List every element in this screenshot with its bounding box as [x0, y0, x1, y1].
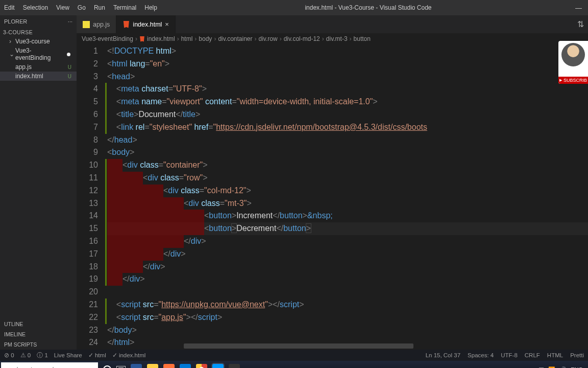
file-label: app.js	[15, 63, 32, 71]
status-warnings[interactable]: ⚠ 0	[20, 352, 31, 359]
system-tray[interactable]: ㅅ ☁ 🛡 📶 🔊 ENG	[519, 366, 588, 369]
file-label: index.html	[15, 73, 43, 80]
status-file-path[interactable]: ✓ index.html	[112, 352, 146, 359]
taskbar-app-icon[interactable]	[131, 364, 142, 368]
status-liveshare[interactable]: Live Share	[54, 352, 82, 358]
git-status-badge: U	[68, 74, 74, 79]
menu-go[interactable]: Go	[74, 0, 90, 15]
status-info[interactable]: ⓘ 1	[37, 352, 48, 359]
status-prettier[interactable]: Pretti	[570, 352, 584, 358]
subscribe-button[interactable]: SUBSCRIB	[558, 77, 588, 84]
crumb-col[interactable]: div.col-md-12	[284, 35, 320, 42]
cortana-icon[interactable]	[103, 365, 111, 368]
horizontal-scrollbar[interactable]	[184, 343, 413, 349]
breadcrumbs[interactable]: Vue3-eventBinding› index.html› html› bod…	[77, 33, 588, 44]
line-numbers: 123456789101112131415161718192021222324	[77, 44, 107, 350]
code-content[interactable]: <!DOCTYPE html><html lang="en"><head> <m…	[107, 44, 588, 350]
tab-app-js[interactable]: app.js	[77, 15, 116, 33]
file-app-js[interactable]: app.js U	[0, 62, 77, 72]
menu-terminal[interactable]: Terminal	[109, 0, 140, 15]
chrome-icon[interactable]	[196, 364, 207, 368]
js-icon	[83, 21, 90, 28]
menu-bar: Edit Selection View Go Run Terminal Help	[0, 0, 161, 15]
avatar-icon	[561, 43, 585, 66]
firefox-icon[interactable]	[163, 364, 175, 368]
tab-label: app.js	[93, 21, 110, 28]
menu-selection[interactable]: Selection	[19, 0, 52, 15]
menu-run[interactable]: Run	[90, 0, 109, 15]
tray-onedrive-icon[interactable]: ☁	[529, 366, 534, 369]
status-eol[interactable]: CRLF	[525, 352, 540, 358]
folder-modified-dot-icon	[67, 53, 70, 56]
vscode-icon[interactable]	[212, 364, 224, 368]
crumb-container[interactable]: div.container	[218, 35, 252, 42]
close-icon[interactable]: ×	[165, 20, 169, 28]
status-spaces[interactable]: Spaces: 4	[468, 352, 494, 358]
status-bar: ⊘ 0 ⚠ 0 ⓘ 1 Live Share ✓ html ✓ index.ht…	[0, 350, 588, 361]
crumb-body[interactable]: body	[199, 35, 212, 42]
folder-label: Vue3-eventBinding	[15, 47, 65, 61]
npm-scripts-section[interactable]: PM SCRIPTS	[0, 339, 77, 350]
window-title: index.html - Vue3-Course - Visual Studio…	[161, 4, 575, 11]
tab-index-html[interactable]: index.html ×	[116, 15, 176, 33]
taskbar-search-input[interactable]	[1, 362, 98, 368]
editor-area: app.js index.html × ⇅ Vue3-eventBinding›…	[77, 15, 588, 350]
explorer-more-icon[interactable]: ···	[68, 18, 72, 25]
html-icon	[139, 36, 145, 42]
file-index-html[interactable]: index.html U	[0, 72, 77, 81]
html-icon	[122, 21, 130, 28]
crumb-html[interactable]: html	[181, 35, 193, 42]
windows-taskbar: ㅅ ☁ 🛡 📶 🔊 ENG	[0, 361, 588, 368]
git-status-badge: U	[68, 64, 74, 70]
status-encoding[interactable]: UTF-8	[501, 352, 518, 358]
tray-volume-icon[interactable]: 🔊	[559, 366, 567, 369]
code-editor[interactable]: 123456789101112131415161718192021222324 …	[77, 44, 588, 350]
menu-help[interactable]: Help	[140, 0, 161, 15]
status-errors[interactable]: ⊘ 0	[4, 352, 14, 359]
tab-label: index.html	[133, 21, 162, 28]
crumb-mt3[interactable]: div.mt-3	[326, 35, 348, 42]
minimize-button[interactable]: —	[575, 4, 582, 12]
menu-view[interactable]: View	[52, 0, 74, 15]
taskview-icon[interactable]	[116, 366, 126, 368]
editor-tabs: app.js index.html × ⇅	[77, 15, 588, 33]
project-section-title[interactable]: 3-COURSE	[0, 28, 77, 37]
tray-chevron-icon[interactable]: ㅅ	[519, 366, 525, 369]
tray-wifi-icon[interactable]: 📶	[548, 366, 555, 369]
crumb-label: index.html	[147, 35, 175, 42]
window-controls: —	[575, 4, 588, 12]
folder-vue3-eventbinding[interactable]: Vue3-eventBinding	[0, 46, 77, 62]
titlebar: Edit Selection View Go Run Terminal Help…	[0, 0, 588, 15]
folder-vue3-course[interactable]: Vue3-course	[0, 37, 77, 46]
crumb-button[interactable]: button	[354, 35, 371, 42]
explorer-sidebar: PLORER ··· 3-COURSE Vue3-course Vue3-eve…	[0, 15, 77, 350]
crumb-folder[interactable]: Vue3-eventBinding	[82, 35, 133, 42]
crumb-file[interactable]: index.html	[139, 35, 175, 42]
folder-label: Vue3-course	[15, 38, 50, 45]
store-icon[interactable]	[180, 364, 191, 368]
timeline-section[interactable]: IMELINE	[0, 329, 77, 339]
youtube-overlay[interactable]: SUBSCRIB	[558, 41, 588, 84]
menu-edit[interactable]: Edit	[0, 0, 19, 15]
status-lang[interactable]: HTML	[547, 352, 563, 358]
explorer-title: PLORER	[4, 18, 27, 25]
compare-changes-icon[interactable]: ⇅	[577, 19, 584, 29]
terminal-icon[interactable]	[229, 364, 240, 368]
status-cursor[interactable]: Ln 15, Col 37	[426, 352, 460, 358]
crumb-row[interactable]: div.row	[259, 35, 278, 42]
status-lang-html[interactable]: ✓ html	[88, 352, 106, 359]
file-explorer-icon[interactable]	[147, 364, 158, 368]
outline-section[interactable]: UTLINE	[0, 319, 77, 329]
